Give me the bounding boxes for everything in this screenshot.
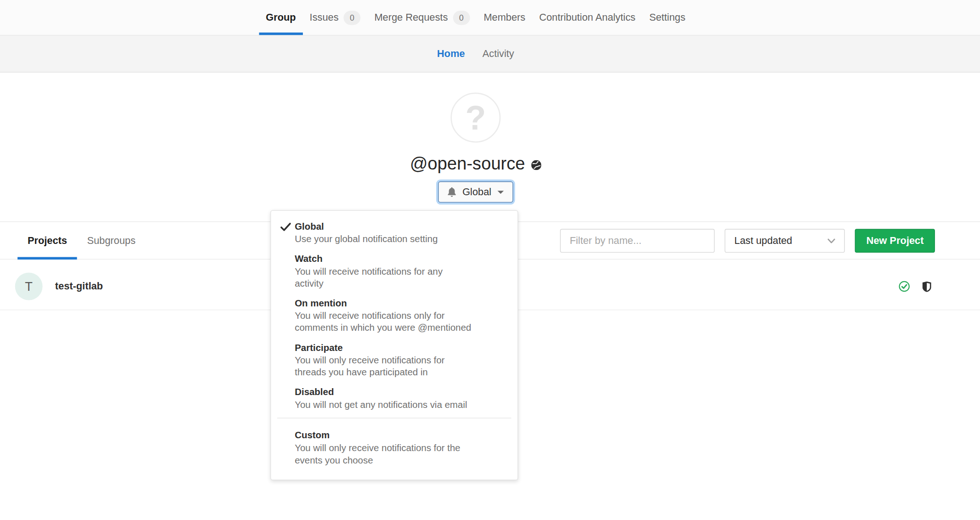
bell-icon bbox=[447, 187, 456, 197]
dropdown-item-global[interactable]: Global Use your global notification sett… bbox=[271, 220, 517, 245]
project-avatar: T bbox=[15, 273, 43, 300]
sub-nav-item-activity[interactable]: Activity bbox=[483, 48, 514, 60]
dropdown-item-custom[interactable]: Custom You will only receive notificatio… bbox=[271, 429, 517, 466]
projects-tabs: Projects Subgroups bbox=[17, 222, 145, 259]
caret-down-icon bbox=[498, 191, 504, 194]
dropdown-item-participate[interactable]: Participate You will only receive notifi… bbox=[271, 341, 517, 378]
nav-item-settings[interactable]: Settings bbox=[642, 0, 692, 35]
dropdown-item-desc: You will not get any notifications via e… bbox=[295, 398, 502, 411]
group-sub-nav: Home Activity bbox=[0, 36, 980, 73]
nav-item-contribution-analytics[interactable]: Contribution Analytics bbox=[532, 0, 642, 35]
dropdown-item-desc: Use your global notification setting bbox=[295, 232, 502, 245]
dropdown-item-label: Watch bbox=[295, 252, 502, 265]
dropdown-item-label: Global bbox=[295, 220, 502, 232]
shield-icon bbox=[923, 281, 931, 292]
notification-level-label: Global bbox=[462, 187, 491, 198]
group-nav: Group Issues 0 Merge Requests 0 Members … bbox=[0, 0, 980, 36]
pipeline-passed-icon[interactable] bbox=[899, 281, 910, 292]
dropdown-item-label: On mention bbox=[295, 297, 502, 309]
dropdown-item-desc: You will only receive notifications for … bbox=[295, 441, 502, 466]
merge-requests-count-badge: 0 bbox=[453, 10, 470, 24]
nav-item-label: Contribution Analytics bbox=[539, 12, 635, 23]
nav-item-label: Issues bbox=[310, 12, 339, 23]
chevron-down-icon bbox=[827, 238, 836, 243]
tab-subgroups[interactable]: Subgroups bbox=[77, 222, 146, 259]
gitlab-group-page: Group Issues 0 Merge Requests 0 Members … bbox=[0, 0, 980, 520]
tab-projects[interactable]: Projects bbox=[17, 222, 77, 259]
dropdown-item-on-mention[interactable]: On mention You will receive notification… bbox=[271, 297, 517, 333]
nav-item-issues[interactable]: Issues 0 bbox=[303, 0, 368, 35]
dropdown-item-label: Disabled bbox=[295, 385, 502, 398]
dropdown-item-disabled[interactable]: Disabled You will not get any notificati… bbox=[271, 385, 517, 410]
check-icon bbox=[280, 223, 291, 232]
group-title: @open-source bbox=[0, 154, 951, 174]
project-name-link[interactable]: test-gitlab bbox=[55, 281, 103, 292]
project-avatar-initial: T bbox=[25, 279, 33, 294]
earth-icon bbox=[531, 160, 541, 170]
dropdown-item-label: Participate bbox=[295, 341, 502, 354]
nav-item-label: Merge Requests bbox=[374, 12, 448, 23]
nav-item-members[interactable]: Members bbox=[477, 0, 532, 35]
project-row-icons bbox=[899, 281, 931, 292]
notification-dropdown: Global Use your global notification sett… bbox=[270, 210, 518, 480]
dropdown-item-desc: You will receive notifications only for … bbox=[295, 309, 502, 333]
dropdown-item-label: Custom bbox=[295, 429, 502, 441]
nav-item-label: Settings bbox=[649, 12, 685, 23]
projects-controls: Last updated New Project bbox=[560, 229, 935, 253]
nav-item-label: Members bbox=[484, 12, 525, 23]
sub-nav-item-home[interactable]: Home bbox=[437, 48, 465, 60]
sort-dropdown[interactable]: Last updated bbox=[725, 229, 845, 253]
issues-count-badge: 0 bbox=[343, 10, 360, 24]
group-nav-list: Group Issues 0 Merge Requests 0 Members … bbox=[259, 0, 692, 35]
group-name: @open-source bbox=[410, 154, 525, 174]
dropdown-divider bbox=[277, 418, 511, 418]
dropdown-item-desc: You will receive notifications for any a… bbox=[295, 265, 502, 289]
filter-by-name-input[interactable] bbox=[560, 229, 715, 253]
group-avatar: ? bbox=[450, 92, 501, 142]
nav-item-merge-requests[interactable]: Merge Requests 0 bbox=[367, 0, 477, 35]
dropdown-item-watch[interactable]: Watch You will receive notifications for… bbox=[271, 252, 517, 289]
group-avatar-placeholder: ? bbox=[465, 98, 486, 137]
new-project-button[interactable]: New Project bbox=[855, 229, 935, 253]
notification-level-button[interactable]: Global bbox=[438, 181, 513, 203]
nav-item-label: Group bbox=[266, 12, 296, 23]
group-header: ? @open-source Global bbox=[0, 73, 980, 221]
dropdown-item-desc: You will only receive notifications for … bbox=[295, 354, 502, 378]
nav-item-group[interactable]: Group bbox=[259, 0, 302, 35]
sort-dropdown-label: Last updated bbox=[735, 235, 792, 246]
